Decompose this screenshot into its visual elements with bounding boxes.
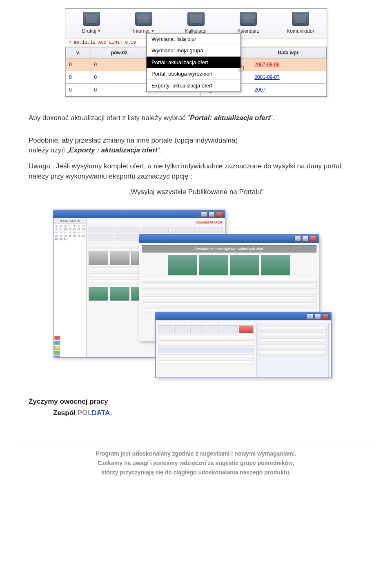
detail-line xyxy=(258,351,327,355)
closing-heading: Życzymy owocnej pracy xyxy=(0,398,392,406)
calendar-day[interactable]: 1 xyxy=(54,225,58,228)
footer-line-3: którzy przyczyniają się do ciągłego udos… xyxy=(12,468,380,477)
calendar-day[interactable]: 30 xyxy=(59,238,63,241)
calendar-day[interactable]: 29 xyxy=(54,238,58,241)
menu-item[interactable]: Portal: aktualizacja ofert xyxy=(147,57,241,68)
cell-v: 0 xyxy=(66,84,91,96)
calendar-day[interactable]: 7 xyxy=(81,225,85,228)
maximize-button[interactable] xyxy=(302,236,309,241)
text: Uwaga : Jeśli wysyłamy komplet ofert, a … xyxy=(29,162,343,180)
tool-icon[interactable] xyxy=(174,325,189,333)
minimize-button[interactable] xyxy=(307,313,313,319)
swatch-icon xyxy=(54,355,60,358)
window-offer-list xyxy=(155,312,332,378)
swatch-icon xyxy=(54,346,60,350)
brand-pol: POL xyxy=(78,409,92,417)
menu-item[interactable]: Exporty: aktualizacja ofert xyxy=(147,80,241,92)
mini-cell xyxy=(89,227,114,233)
detail-line xyxy=(258,338,327,343)
close-button[interactable] xyxy=(310,236,316,241)
cell-powdz: 0 xyxy=(91,58,149,71)
calendar-day[interactable]: 15 xyxy=(54,231,58,234)
detail-line xyxy=(258,326,327,331)
tool-icon[interactable] xyxy=(207,325,222,333)
cell-date: 2007- xyxy=(251,84,327,96)
col-powdz[interactable]: pow.dz. xyxy=(91,47,149,58)
calendar-day[interactable]: 8 xyxy=(54,228,58,231)
stacked-windows-illustration: ADMINISTRATOR xyxy=(53,210,339,381)
toolbar-drukuj-button[interactable]: Drukuj▼ xyxy=(65,9,118,38)
menu-item[interactable]: Portal: obsługa wyróżnień xyxy=(147,68,241,80)
calendar-day[interactable]: 28 xyxy=(81,235,85,237)
toolbar-icons xyxy=(158,325,254,333)
photo-thumb-icon xyxy=(168,255,197,275)
photo-gallery xyxy=(142,255,316,275)
tool-icon[interactable] xyxy=(223,325,238,333)
calendar-day[interactable]: 10 xyxy=(63,228,67,231)
calendar-day[interactable]: 20 xyxy=(77,231,81,234)
close-button[interactable] xyxy=(216,211,223,217)
mini-cell xyxy=(143,227,168,233)
maximize-button[interactable] xyxy=(208,211,215,217)
calendar-day[interactable]: 14 xyxy=(81,228,85,231)
toolbar-komunikator-button[interactable]: Komunikator xyxy=(274,9,327,38)
thumb-icon xyxy=(110,251,129,265)
page: Drukuj▼Internet▼KalkulatorKalendarzKomun… xyxy=(0,8,392,494)
text: Podobnie, aby przesłać zmiany na inne po… xyxy=(29,136,238,144)
calendar-day[interactable]: 21 xyxy=(81,231,85,234)
col-v[interactable]: v. xyxy=(66,47,91,58)
window-buttons xyxy=(200,211,223,217)
calendar-day[interactable]: 22 xyxy=(54,235,58,237)
calendar-day[interactable]: 26 xyxy=(72,235,76,237)
calendar-day[interactable]: 11 xyxy=(68,228,72,231)
minimize-button[interactable] xyxy=(294,236,301,241)
instruction-paragraphs: Aby dokonać aktualizacji ofert z listy n… xyxy=(0,113,392,197)
hand-cursor-icon: ☜ xyxy=(235,63,245,75)
minimize-button[interactable] xyxy=(200,211,207,217)
export-menu-reference: Exporty : aktualizacja ofert xyxy=(69,146,157,154)
cell-v: 0 xyxy=(66,71,91,84)
calendar-day[interactable]: 5 xyxy=(72,225,76,228)
calendar-day[interactable]: 25 xyxy=(68,235,72,237)
paragraph-2: Podobnie, aby przesłać zmiany na inne po… xyxy=(29,136,363,156)
calendar-day[interactable]: 24 xyxy=(63,235,67,237)
calendar-day[interactable]: 19 xyxy=(72,231,76,234)
calendar-day[interactable]: 9 xyxy=(59,228,63,231)
close-button[interactable] xyxy=(322,313,329,319)
tool-icon[interactable] xyxy=(190,325,205,333)
calendar-day[interactable]: 3 xyxy=(63,225,67,228)
window-buttons xyxy=(307,313,329,319)
calendar-day[interactable]: 4 xyxy=(68,225,72,228)
detail-row xyxy=(142,278,316,283)
calendar-day[interactable]: 23 xyxy=(59,235,63,237)
footer-line-2: Czekamy na uwagi i jesteśmy wdzięczni za… xyxy=(12,459,380,467)
menu-item[interactable]: Wymiana: moja grupa xyxy=(147,45,241,56)
calendar-icon xyxy=(240,12,257,26)
tool-icon[interactable] xyxy=(158,325,173,333)
screenshot-toolbar-menu: Drukuj▼Internet▼KalkulatorKalendarzKomun… xyxy=(65,8,327,97)
col-Data-wpr[interactable]: Data wpr. xyxy=(251,47,327,58)
toolbar-label: Drukuj▼ xyxy=(82,28,101,34)
calendar-day[interactable]: 6 xyxy=(77,225,81,228)
menu-item[interactable]: Wymiana: lista biur xyxy=(147,34,241,45)
detail-panel-header: Zestawienie szczegółowe wybranych ofert xyxy=(142,245,316,253)
footer: Program jest udoskonalany zgodnie z suge… xyxy=(12,442,380,477)
calendar-day[interactable]: 27 xyxy=(77,235,81,237)
maximize-button[interactable] xyxy=(314,313,321,319)
calendar-day[interactable]: 13 xyxy=(77,228,81,231)
calculator-icon xyxy=(187,12,205,26)
calendar-day[interactable]: 17 xyxy=(63,231,67,234)
calendar-grid: 1234567891011121314151617181920212223242… xyxy=(53,224,86,241)
calendar-day[interactable]: 2 xyxy=(59,225,63,228)
calendar-day[interactable]: 18 xyxy=(68,231,72,234)
calendar-day[interactable]: 31 xyxy=(63,238,67,241)
window-titlebar xyxy=(156,312,331,320)
paragraph-3: Uwaga : Jeśli wysyłamy komplet ofert, a … xyxy=(29,161,363,181)
calendar-day[interactable]: 16 xyxy=(59,231,63,234)
detail-line xyxy=(258,332,327,337)
printer-icon xyxy=(83,12,100,26)
photo-thumb-icon xyxy=(199,255,228,275)
delete-icon[interactable] xyxy=(239,325,254,333)
calendar-sidebar: ◄ Maj 2008 ► 123456789101112131415161718… xyxy=(53,218,87,358)
calendar-day[interactable]: 12 xyxy=(72,228,76,231)
